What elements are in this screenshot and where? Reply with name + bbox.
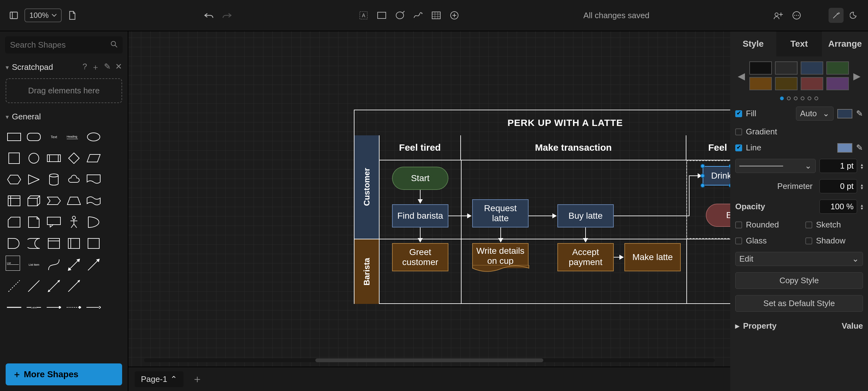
close-icon[interactable]: ✕ [115,62,122,73]
node-write-details[interactable]: Write details on cup [472,243,529,268]
shape-text[interactable]: Text [45,128,62,146]
node-make-latte[interactable]: Make latte [624,243,681,271]
expand-icon[interactable]: ▸ [735,321,739,331]
node-find-barista[interactable]: Find barista [392,204,448,228]
edge[interactable] [448,215,468,216]
shape-parallelogram[interactable] [86,149,102,167]
stepper-icon[interactable]: ▴▾ [861,183,863,189]
phase-feel-perky[interactable]: Feel perky [686,136,730,160]
edge[interactable] [529,215,553,216]
eyedropper-icon[interactable]: ✎ [856,143,863,153]
shape-blank2[interactable] [105,149,122,167]
glass-checkbox[interactable] [735,238,742,244]
color-swatch[interactable] [801,77,823,90]
shape-list-item[interactable]: List Item [26,255,42,274]
shape-card[interactable] [6,213,23,231]
add-tool-icon[interactable] [447,8,462,23]
shape-or[interactable] [86,213,102,231]
shape-blank10[interactable] [105,298,122,317]
shape-arrow[interactable] [86,255,102,274]
shape-dashed-line[interactable] [6,277,23,295]
shape-callout[interactable] [45,213,62,231]
shape-actor[interactable] [65,213,82,231]
horizontal-scrollbar-track[interactable] [144,358,715,362]
shadow-checkbox[interactable] [805,238,812,244]
add-icon[interactable]: ＋ [91,62,100,73]
node-end[interactable]: End [706,204,730,227]
rectangle-tool-icon[interactable] [374,8,389,23]
shape-circle[interactable] [26,149,42,167]
theme-toggle-icon[interactable] [847,8,862,23]
edge[interactable] [689,176,698,176]
toggle-panels-icon[interactable] [6,8,21,23]
textbox-tool-icon[interactable]: A [356,8,371,23]
node-request-latte[interactable]: Request latte [472,199,529,228]
shape-blank[interactable] [105,128,122,146]
phase-make-transaction[interactable]: Make transaction [461,136,686,160]
table-tool-icon[interactable] [429,8,444,23]
shape-link-dash1[interactable] [45,298,62,317]
shape-blank5[interactable] [105,213,122,231]
rounded-checkbox[interactable] [735,221,742,229]
shape-blank7[interactable] [105,255,122,274]
shape-container[interactable] [45,234,62,252]
copy-style-button[interactable]: Copy Style [735,272,863,289]
selection-handle[interactable] [701,164,705,168]
shape-cylinder[interactable] [45,171,62,189]
sketch-checkbox[interactable] [805,221,812,229]
color-swatch[interactable] [749,61,772,74]
fill-mode-select[interactable]: Auto⌄ [796,107,834,121]
shape-trapezoid[interactable] [65,192,82,210]
shape-and[interactable] [6,234,23,252]
shape-note[interactable] [26,213,42,231]
shape-blank6[interactable] [105,234,122,252]
edit-icon[interactable]: ✎ [104,62,111,73]
help-icon[interactable]: ? [83,62,87,73]
shape-list[interactable]: List [6,255,20,271]
stepper-icon[interactable]: ▴▾ [861,163,863,169]
page-tab-1[interactable]: Page-1 ⌃ [135,371,184,387]
edge[interactable] [614,257,620,258]
shape-link-label[interactable]: Label [26,298,42,317]
shape-square[interactable] [6,149,23,167]
tab-text[interactable]: Text [776,31,822,56]
stepper-icon[interactable]: ▴▾ [861,204,863,210]
phase-feel-tired[interactable]: Feel tired [379,136,461,160]
color-swatch[interactable] [826,61,849,74]
tab-arrange[interactable]: Arrange [822,31,868,56]
color-swatch[interactable] [775,77,798,90]
undo-icon[interactable] [202,8,216,23]
swatch-next-icon[interactable]: ▶ [851,70,863,82]
shape-blank3[interactable] [105,171,122,189]
node-accept-payment[interactable]: Accept payment [557,243,614,271]
shape-document[interactable] [86,171,102,189]
scratchpad-header[interactable]: ▾ Scratchpad ? ＋ ✎ ✕ [0,59,128,76]
share-icon[interactable] [771,8,786,23]
diagram-title[interactable]: PERK UP WITH A LATTE [354,110,730,136]
swatch-pager[interactable] [735,96,863,100]
zoom-select[interactable]: 100% [24,8,62,22]
shape-link-dash2[interactable] [65,298,82,317]
selection-handle[interactable] [701,174,705,178]
color-swatch[interactable] [749,77,772,90]
new-page-icon[interactable] [65,8,80,23]
line-color-chip[interactable] [837,143,852,153]
edge[interactable] [500,228,501,239]
shape-hcontainer[interactable] [65,234,82,252]
color-swatch[interactable] [826,77,849,90]
edge[interactable] [614,215,689,216]
lane-customer[interactable]: Customer [354,136,379,239]
swimlane-diagram[interactable]: PERK UP WITH A LATTE Customer Barista Fe… [354,110,730,304]
shape-line[interactable] [26,277,42,295]
selection-handle[interactable] [701,183,705,188]
eyedropper-icon[interactable]: ✎ [856,109,863,118]
shape-link-arrow2[interactable] [86,298,102,317]
freehand-tool-icon[interactable] [410,8,426,23]
shape-rectangle[interactable] [6,128,23,146]
perimeter-input[interactable]: 0 pt [819,179,857,193]
shape-blank9[interactable] [105,277,122,295]
shape-step[interactable] [45,192,62,210]
shape-bidir-arrow[interactable] [65,255,82,274]
more-menu-icon[interactable] [789,8,804,23]
color-swatch[interactable] [775,61,798,74]
